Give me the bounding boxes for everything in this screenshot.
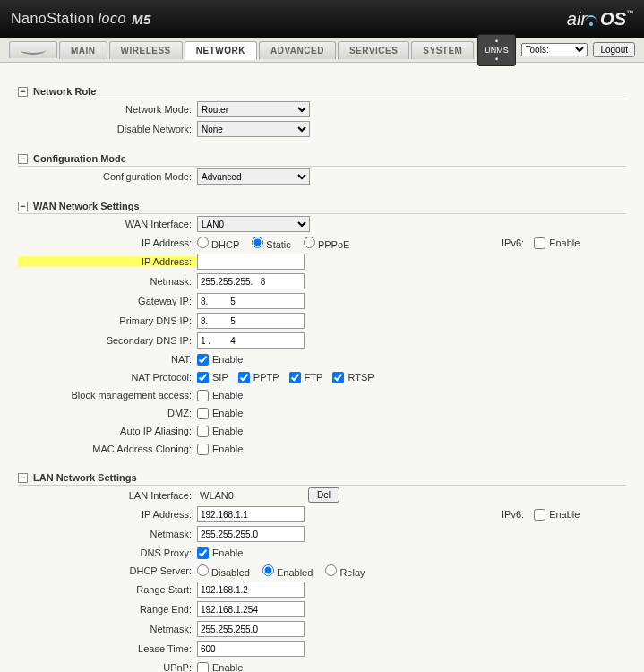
unms-button[interactable]: • UNMS • — [477, 34, 515, 66]
wan-ipv6-checkbox[interactable] — [534, 237, 545, 249]
range-start-input[interactable] — [197, 582, 305, 598]
dhcp-label: DHCP — [211, 239, 239, 250]
tab-logo[interactable] — [9, 41, 57, 58]
dmz-label: DMZ: — [18, 408, 197, 418]
content-area: − Network Role Network Mode: Router Disa… — [0, 63, 644, 672]
dhcp-relay-radio[interactable] — [325, 564, 337, 576]
dnsproxy-label: DNS Proxy: — [18, 547, 197, 558]
dhcp-disabled-radio[interactable] — [197, 564, 209, 576]
wifi-icon — [587, 13, 599, 26]
dhcp-disabled-label: Disabled — [211, 567, 250, 578]
app-header: NanoStation loco M5 airOS™ — [0, 0, 644, 38]
wan-gateway-label: Gateway IP: — [18, 296, 197, 306]
dmz-checkbox[interactable] — [197, 408, 209, 419]
lan-ipv6-label: IPv6: — [502, 509, 524, 520]
dmz-enable-label: Enable — [212, 408, 243, 418]
network-mode-label: Network Mode: — [18, 104, 197, 115]
range-end-label: Range End: — [18, 604, 197, 615]
rtsp-checkbox[interactable] — [332, 372, 344, 383]
wan-netmask-input[interactable] — [197, 273, 305, 289]
disable-network-select[interactable]: None — [197, 121, 310, 137]
wan-sdns-label: Secondary DNS IP: — [18, 335, 197, 346]
dhcp-enabled-radio[interactable] — [262, 564, 274, 576]
dhcp-radio[interactable] — [197, 237, 209, 248]
nat-checkbox[interactable] — [197, 354, 209, 366]
mac-clone-label: MAC Address Cloning: — [18, 444, 197, 454]
lan-ip-input[interactable] — [197, 506, 305, 522]
network-mode-select[interactable]: Router — [197, 101, 310, 117]
logout-button[interactable]: Logout — [593, 42, 635, 57]
tab-advanced[interactable]: ADVANCED — [259, 41, 336, 59]
mac-clone-checkbox[interactable] — [197, 444, 209, 455]
product-text: NanoStation — [11, 11, 95, 27]
lan-ipv6-checkbox[interactable] — [534, 509, 545, 521]
del-button[interactable]: Del — [308, 487, 339, 503]
tools-select[interactable]: Tools: — [521, 43, 588, 56]
brand-os: OS — [600, 9, 626, 29]
wan-ip-input[interactable] — [197, 254, 305, 270]
wan-pdns-label: Primary DNS IP: — [18, 315, 197, 326]
natp-label: NAT Protocol: — [18, 372, 197, 383]
lan-ipv6-enable-label: Enable — [549, 509, 580, 520]
lan-interface-label: LAN Interface: — [18, 490, 197, 501]
collapse-icon[interactable]: − — [18, 202, 28, 211]
upnp-checkbox[interactable] — [197, 662, 209, 673]
lan-ip-label: IP Address: — [18, 509, 197, 520]
wan-pdns-input[interactable] — [197, 313, 305, 329]
lan-netmask-input[interactable] — [197, 526, 305, 542]
config-mode-select[interactable]: Advanced — [197, 168, 310, 185]
dnsproxy-enable-label: Enable — [212, 547, 243, 558]
tab-bar: MAIN WIRELESS NETWORK ADVANCED SERVICES … — [0, 38, 644, 63]
dhcp-enabled-label: Enabled — [277, 567, 313, 578]
block-mgmt-label: Block management access: — [18, 390, 197, 401]
pppoe-radio[interactable] — [304, 237, 315, 248]
sip-label: SIP — [212, 372, 228, 383]
autoip-label: Auto IP Aliasing: — [18, 426, 197, 436]
range-end-input[interactable] — [197, 601, 305, 617]
config-mode-label: Configuration Mode: — [18, 171, 197, 182]
collapse-icon[interactable]: − — [18, 154, 28, 164]
lease-time-input[interactable] — [197, 641, 305, 657]
upnp-enable-label: Enable — [212, 662, 243, 672]
ubnt-arc-icon — [21, 46, 46, 55]
upnp-label: UPnP: — [18, 662, 197, 672]
ip-type-label: IP Address: — [18, 237, 197, 248]
mac-enable-label: Enable — [212, 444, 243, 454]
wan-interface-select[interactable]: LAN0 — [197, 216, 310, 232]
ipv6-label: IPv6: — [502, 237, 524, 248]
pptp-checkbox[interactable] — [238, 372, 250, 383]
ipv6-enable-label: Enable — [549, 237, 580, 248]
autoip-checkbox[interactable] — [197, 426, 209, 437]
dnsproxy-checkbox[interactable] — [197, 547, 209, 559]
wan-ip-label: IP Address: — [18, 256, 197, 267]
lan-netmask2-input[interactable] — [197, 621, 305, 637]
ftp-checkbox[interactable] — [289, 372, 301, 383]
section-title: LAN Network Settings — [33, 472, 137, 483]
wan-interface-label: WAN Interface: — [18, 219, 197, 229]
tab-main[interactable]: MAIN — [59, 41, 107, 59]
section-title: Network Role — [33, 86, 96, 97]
tab-wireless[interactable]: WIRELESS — [109, 41, 183, 59]
wan-sdns-input[interactable] — [197, 332, 305, 349]
dhcp-server-label: DHCP Server: — [18, 565, 197, 576]
block-mgmt-checkbox[interactable] — [197, 390, 209, 401]
section-title: Configuration Mode — [33, 153, 126, 164]
section-config-mode: − Configuration Mode — [18, 148, 626, 167]
block-enable-label: Enable — [212, 390, 243, 401]
wan-gateway-input[interactable] — [197, 293, 305, 309]
disable-network-label: Disable Network: — [18, 124, 197, 134]
dhcp-relay-label: Relay — [339, 567, 365, 578]
ftp-label: FTP — [305, 372, 323, 383]
tab-services[interactable]: SERVICES — [338, 41, 409, 59]
lan-interface-value: WLAN0 — [197, 490, 305, 501]
collapse-icon[interactable]: − — [18, 87, 28, 97]
tab-system[interactable]: SYSTEM — [411, 41, 474, 59]
brand-logo: airOS™ — [567, 9, 633, 30]
collapse-icon[interactable]: − — [18, 473, 28, 483]
sip-checkbox[interactable] — [197, 372, 209, 383]
section-lan: − LAN Network Settings — [18, 467, 626, 486]
static-radio[interactable] — [252, 237, 263, 248]
static-label: Static — [266, 239, 291, 250]
product-name: NanoStation loco M5 — [11, 11, 151, 27]
tab-network[interactable]: NETWORK — [185, 41, 257, 60]
